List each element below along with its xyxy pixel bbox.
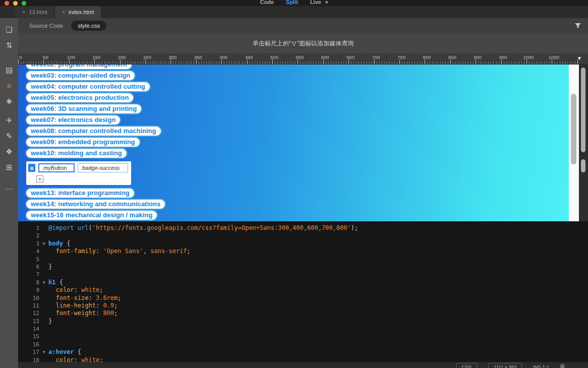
line-number: 15 <box>18 333 39 340</box>
files-icon[interactable]: ❏ <box>0 25 18 34</box>
code-line[interactable]: 18 color: white; <box>18 356 588 362</box>
preview-scrollbar[interactable] <box>569 65 579 221</box>
doc-type-indicator[interactable]: CSS <box>456 363 478 368</box>
preview-week-link[interactable]: week04: computer controlled cutting <box>26 82 150 91</box>
class-field-mybutton[interactable]: .myButton <box>38 163 75 172</box>
code-line[interactable]: 13} <box>18 318 588 325</box>
preview-link-row: week08: computer controlled machining <box>26 126 569 135</box>
ruler-major-ticks <box>18 59 580 64</box>
code-line[interactable]: 3▼body { <box>18 240 588 248</box>
preview-link-row: week13: interface programming <box>26 188 569 197</box>
line-number: 13 <box>18 318 39 325</box>
insert-icon[interactable]: ✈ <box>0 116 18 125</box>
code-line[interactable]: 2 <box>18 232 588 239</box>
reports-icon[interactable]: ⊞ <box>0 163 18 172</box>
code-fold-spacer <box>39 310 48 317</box>
live-view-caret-icon[interactable]: ▾ <box>325 0 328 6</box>
code-line[interactable]: 1@import url('https://fonts.googleapis.c… <box>18 224 588 232</box>
file-sync-icon[interactable]: ⇅ <box>0 41 18 50</box>
ruler-label: 200 <box>118 54 126 60</box>
line-number: 16 <box>18 341 39 348</box>
code-line[interactable]: 16 <box>18 341 588 348</box>
live-preview: week02: program managementweek03: comput… <box>18 65 569 221</box>
code-fold-spacer <box>39 224 48 232</box>
preview-week-link[interactable]: week02: program management <box>26 65 132 69</box>
titlebar: Code Split Live ▾ <box>0 0 588 6</box>
media-query-filter-icon[interactable] <box>574 23 581 29</box>
grid-icon[interactable]: ⊞ <box>560 363 565 368</box>
preview-week-link[interactable]: week15-16 mechanical design / making <box>26 211 157 220</box>
document-scrollbar-thumb[interactable] <box>581 68 585 152</box>
code-line[interactable]: 10 font-size: 3.6rem; <box>18 294 588 302</box>
document-scrollbar-thumb[interactable] <box>581 159 585 172</box>
code-line[interactable]: 11 line-height: 0.9; <box>18 302 588 310</box>
code-line[interactable]: 14 <box>18 325 588 333</box>
code-line[interactable]: 17▼a:hover { <box>18 348 588 356</box>
tab-index-html[interactable]: × index.html <box>55 6 102 18</box>
live-view-button[interactable]: Live <box>310 0 321 6</box>
styles-icon[interactable]: ✎ <box>0 132 18 141</box>
code-fold-arrow-icon[interactable]: ▼ <box>39 240 48 248</box>
document-tabbar: × 13.html × index.html <box>0 6 588 18</box>
format-source-icon[interactable]: ≡ <box>0 81 18 90</box>
close-tab-icon[interactable]: × <box>62 9 65 15</box>
tab-13-html[interactable]: × 13.html <box>15 6 55 18</box>
preview-week-link[interactable]: week09: embedded programming <box>26 138 140 147</box>
code-line[interactable]: 8▼h1 { <box>18 279 588 286</box>
code-fold-arrow-icon[interactable]: ▼ <box>39 348 48 356</box>
code-text: a:hover { <box>48 348 81 356</box>
preview-week-link[interactable]: week06: 3D scanning and printing <box>26 104 141 113</box>
preview-week-link[interactable]: week14: networking and communications <box>26 200 165 209</box>
zoom-window-button[interactable] <box>22 1 26 6</box>
ruler-label: 550 <box>296 54 304 60</box>
code-line[interactable]: 12 font-weight: 800; <box>18 310 588 317</box>
comments-icon[interactable]: ❖ <box>0 147 18 156</box>
line-number: 1 <box>18 224 39 232</box>
preview-week-link[interactable]: week07: electronics design <box>26 115 120 125</box>
preview-week-link[interactable]: week03: computer-aided design <box>26 71 135 80</box>
code-line[interactable]: 6} <box>18 263 588 271</box>
ruler-label: 900 <box>474 54 482 60</box>
close-tab-icon[interactable]: × <box>22 9 25 15</box>
code-editor[interactable]: 1@import url('https://fonts.googleapis.c… <box>18 221 588 362</box>
preview-week-link[interactable]: week05: electronics production <box>26 93 133 102</box>
code-fold-arrow-icon[interactable]: ▼ <box>39 279 48 286</box>
code-line[interactable]: 9 color: white; <box>18 286 588 294</box>
media-query-hint-bar: 单击标尺上的“ ▽ ”图标以添加媒体查询 <box>18 33 588 53</box>
ruler-label: 400 <box>219 54 227 60</box>
split-view-button[interactable]: Split <box>286 0 298 6</box>
code-line[interactable]: 7 <box>18 271 588 278</box>
document-scrollbar[interactable] <box>579 65 588 221</box>
class-field-badge-success[interactable]: .badge-success <box>78 163 128 172</box>
preview-link-row: week05: electronics production <box>26 93 569 102</box>
code-view-button[interactable]: Code <box>260 0 274 6</box>
add-media-query-marker-icon[interactable]: ▼ <box>577 55 582 61</box>
minimize-window-button[interactable] <box>13 1 18 6</box>
more-options-icon[interactable]: ⋯ <box>0 185 18 194</box>
line-number: 3 <box>18 240 39 248</box>
related-file-style-css[interactable]: style.css <box>71 21 106 31</box>
ruler-label: 250 <box>143 54 151 60</box>
related-file-source-code[interactable]: Source Code <box>29 23 63 29</box>
window-size-selector[interactable]: 1111 x 383 <box>488 363 522 368</box>
code-line[interactable]: 4 font-family: 'Open Sans', sans-serif; <box>18 248 588 255</box>
ruler[interactable]: 0501001502002503003504004505005506006507… <box>18 53 588 65</box>
add-class-button[interactable]: + <box>36 175 43 182</box>
preview-week-link[interactable]: week13: interface programming <box>26 189 134 198</box>
code-line[interactable]: 5 <box>18 256 588 263</box>
close-window-button[interactable] <box>5 1 9 6</box>
view-mode-switcher: Code Split Live ▾ <box>260 0 328 6</box>
extract-icon[interactable]: ◈ <box>0 96 18 105</box>
window-controls <box>5 1 26 6</box>
line-number: 10 <box>18 294 39 302</box>
preview-week-link[interactable]: week08: computer controlled machining <box>26 127 161 136</box>
preview-week-link[interactable]: week10: molding and casting <box>26 149 127 158</box>
ruler-label: 650 <box>346 54 355 60</box>
code-line[interactable]: 15 <box>18 333 588 340</box>
snippets-icon[interactable]: ▤ <box>0 66 18 75</box>
media-hint-text-prefix: 单击标尺上的“ <box>253 39 291 48</box>
preview-scrollbar-thumb[interactable] <box>571 94 576 164</box>
code-fold-spacer <box>39 232 48 239</box>
ruler-label: 700 <box>372 54 380 60</box>
element-tag-chip[interactable]: a <box>28 164 35 172</box>
